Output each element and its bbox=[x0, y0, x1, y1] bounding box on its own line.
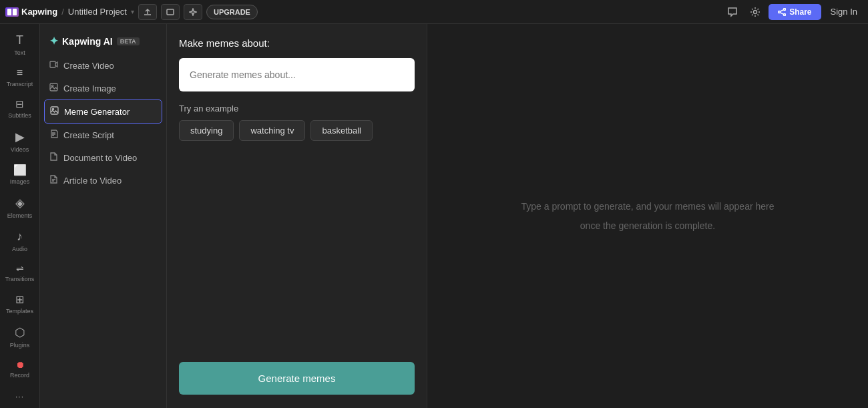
comments-button[interactable] bbox=[723, 4, 742, 20]
upload-button[interactable] bbox=[138, 4, 157, 20]
panel-item-label: Create Image bbox=[63, 83, 116, 93]
transcript-icon: ≡ bbox=[17, 67, 23, 79]
meme-topic-input[interactable] bbox=[179, 58, 415, 91]
audio-label: Audio bbox=[12, 246, 27, 252]
generate-memes-button[interactable]: Generate memes bbox=[179, 362, 415, 395]
preview-line2: once the generation is complete. bbox=[580, 218, 715, 233]
sidebar-item-images[interactable]: ⬜ Images bbox=[3, 160, 37, 189]
panel-sidebar: ✦ Kapwing AI BETA Create Video Create Im… bbox=[40, 24, 167, 408]
transitions-label: Transitions bbox=[5, 276, 35, 282]
svg-point-11 bbox=[53, 109, 54, 110]
content-panel: Make memes about: Try an example studyin… bbox=[167, 24, 427, 408]
create-video-icon bbox=[49, 60, 58, 71]
panel-item-document-to-video[interactable]: Document to Video bbox=[40, 146, 166, 169]
elements-label: Elements bbox=[7, 212, 33, 219]
logo-text: Kapwing bbox=[21, 7, 57, 17]
svg-rect-2 bbox=[167, 9, 174, 15]
sidebar-item-transitions[interactable]: ⇌ Transitions bbox=[3, 259, 37, 286]
svg-rect-7 bbox=[50, 61, 55, 67]
create-image-icon bbox=[49, 83, 58, 93]
text-icon: T bbox=[16, 33, 23, 47]
svg-point-4 bbox=[779, 11, 781, 13]
screen-button[interactable] bbox=[161, 4, 180, 20]
text-label: Text bbox=[14, 49, 25, 56]
topbar-project[interactable]: Untitled Project bbox=[68, 7, 127, 17]
elements-icon: ◈ bbox=[15, 196, 25, 210]
sidebar-item-text[interactable]: T Text bbox=[3, 29, 37, 60]
meme-generator-icon bbox=[50, 106, 59, 117]
plugins-icon: ⬡ bbox=[15, 325, 25, 340]
ai-star-icon: ✦ bbox=[49, 35, 58, 47]
topbar-chevron-icon[interactable]: ▾ bbox=[131, 8, 134, 15]
panel-item-meme-generator[interactable]: Meme Generator bbox=[44, 99, 162, 124]
svg-point-5 bbox=[784, 8, 786, 10]
signin-button[interactable]: Sign In bbox=[825, 4, 863, 19]
transitions-icon: ⇌ bbox=[16, 263, 24, 274]
svg-rect-8 bbox=[50, 83, 57, 91]
svg-rect-1 bbox=[13, 9, 17, 15]
record-icon: ⏺ bbox=[15, 359, 25, 370]
panel-item-label: Meme Generator bbox=[64, 107, 130, 117]
record-label: Record bbox=[10, 372, 29, 379]
beta-badge: BETA bbox=[117, 37, 140, 45]
sidebar-item-audio[interactable]: ♪ Audio bbox=[3, 226, 37, 256]
panel-title: Kapwing AI bbox=[62, 36, 113, 47]
example-watching-tv-button[interactable]: watching tv bbox=[239, 120, 305, 141]
panel-item-create-image[interactable]: Create Image bbox=[40, 77, 166, 99]
panel-item-label: Create Video bbox=[63, 61, 114, 71]
templates-icon: ⊞ bbox=[15, 293, 24, 306]
logo: Kapwing bbox=[5, 7, 57, 17]
panel-item-create-script[interactable]: Create Script bbox=[40, 124, 166, 146]
sidebar-item-plugins[interactable]: ⬡ Plugins bbox=[3, 321, 37, 353]
videos-icon: ▶ bbox=[15, 130, 25, 144]
example-studying-button[interactable]: studying bbox=[179, 120, 234, 141]
main-area: T Text ≡ Transcript ⊟ Subtitles ▶ Videos… bbox=[0, 24, 868, 408]
images-icon: ⬜ bbox=[13, 164, 27, 176]
create-script-icon bbox=[49, 130, 58, 140]
topbar: Kapwing / Untitled Project ▾ UPGRADE Sha… bbox=[0, 0, 868, 24]
preview-line1: Type a prompt to generate, and your meme… bbox=[521, 199, 775, 214]
panel-item-label: Document to Video bbox=[63, 153, 137, 163]
sidebar-item-videos[interactable]: ▶ Videos bbox=[3, 126, 37, 157]
magic-button[interactable] bbox=[184, 4, 202, 20]
try-example-label: Try an example bbox=[179, 104, 415, 114]
sidebar-item-elements[interactable]: ◈ Elements bbox=[3, 192, 37, 223]
audio-icon: ♪ bbox=[17, 230, 23, 244]
preview-area: Type a prompt to generate, and your meme… bbox=[427, 24, 868, 408]
images-label: Images bbox=[10, 178, 30, 185]
example-buttons: studying watching tv basketball bbox=[179, 120, 415, 141]
sidebar-item-more[interactable]: ··· bbox=[3, 388, 37, 405]
transcript-label: Transcript bbox=[7, 81, 33, 87]
sidebar-item-templates[interactable]: ⊞ Templates bbox=[3, 289, 37, 319]
panel-item-label: Article to Video bbox=[63, 176, 122, 186]
subtitles-label: Subtitles bbox=[8, 112, 31, 119]
share-label: Share bbox=[789, 7, 811, 17]
svg-rect-10 bbox=[51, 107, 58, 114]
share-button[interactable]: Share bbox=[769, 4, 821, 20]
sidebar-item-record[interactable]: ⏺ Record bbox=[3, 355, 37, 383]
panel-item-article-to-video[interactable]: Article to Video bbox=[40, 169, 166, 192]
document-to-video-icon bbox=[49, 152, 58, 163]
content-title: Make memes about: bbox=[179, 37, 415, 49]
panel-header: ✦ Kapwing AI BETA bbox=[40, 29, 166, 54]
panel-item-label: Create Script bbox=[63, 130, 114, 140]
plugins-label: Plugins bbox=[10, 342, 30, 349]
templates-label: Templates bbox=[6, 308, 33, 315]
example-basketball-button[interactable]: basketball bbox=[310, 120, 373, 141]
more-icon: ··· bbox=[15, 392, 24, 401]
svg-point-3 bbox=[754, 10, 757, 13]
sidebar-item-subtitles[interactable]: ⊟ Subtitles bbox=[3, 94, 37, 123]
panel-item-create-video[interactable]: Create Video bbox=[40, 54, 166, 77]
subtitles-icon: ⊟ bbox=[15, 98, 24, 110]
icon-sidebar: T Text ≡ Transcript ⊟ Subtitles ▶ Videos… bbox=[0, 24, 40, 408]
article-to-video-icon bbox=[49, 175, 58, 186]
svg-rect-0 bbox=[7, 9, 11, 15]
sidebar-item-transcript[interactable]: ≡ Transcript bbox=[3, 63, 37, 91]
svg-point-6 bbox=[784, 13, 786, 15]
settings-button[interactable] bbox=[746, 4, 765, 20]
topbar-divider: / bbox=[61, 7, 64, 17]
videos-label: Videos bbox=[11, 146, 29, 153]
kapwing-logo-icon bbox=[5, 7, 19, 17]
upgrade-button[interactable]: UPGRADE bbox=[206, 5, 258, 19]
